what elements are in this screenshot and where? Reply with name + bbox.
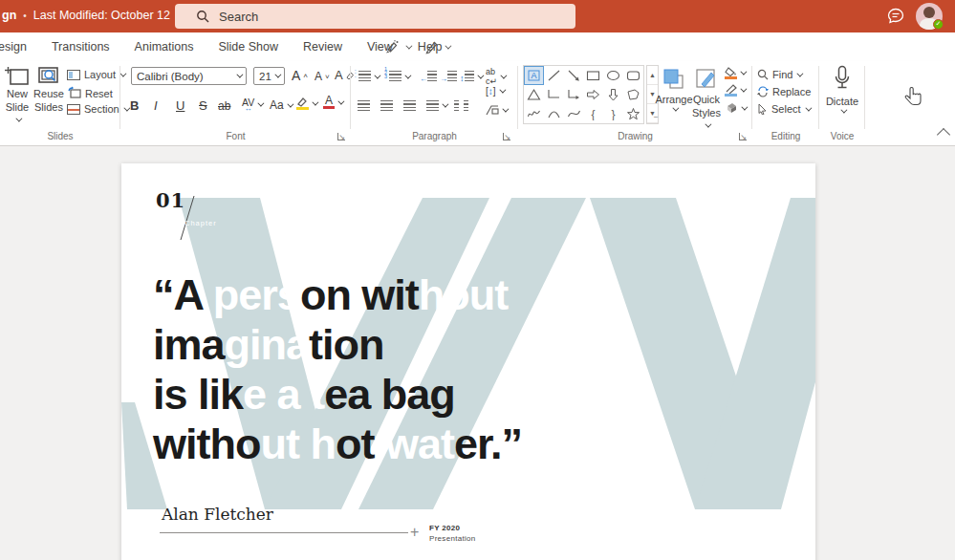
shape-down-arrow-icon[interactable]	[603, 85, 623, 104]
grow-font-button[interactable]: A˄	[292, 68, 308, 83]
columns-button[interactable]	[454, 100, 468, 111]
section-icon	[67, 104, 80, 115]
underline-button[interactable]: U	[176, 98, 184, 113]
ribbon-group-voice: Dictate Voice	[819, 61, 865, 145]
title-separator: •	[23, 11, 27, 21]
shape-arrow-icon[interactable]	[564, 66, 584, 85]
font-size-select[interactable]: 21	[253, 67, 285, 85]
strikethrough-ab-button[interactable]: ab	[218, 99, 230, 113]
shape-outline-button[interactable]	[725, 84, 745, 97]
shape-fill-button[interactable]	[725, 67, 745, 79]
quote-segment-black: is lik	[153, 370, 243, 419]
slides-group-label: Slides	[0, 131, 120, 141]
last-modified-text: Last Modified: October 12	[33, 9, 170, 22]
chevron-down-icon	[740, 69, 747, 75]
plus-marker-icon: +	[410, 524, 419, 541]
increase-indent-button[interactable]: →	[440, 68, 457, 85]
tab-design[interactable]: Design	[0, 40, 39, 54]
tab-animations[interactable]: Animations	[122, 40, 206, 54]
dictate-label: Dictate	[826, 96, 858, 107]
editing-canvas[interactable]: 01 Chapter “A person withoutimaginationi…	[0, 146, 955, 560]
shape-effects-button[interactable]	[725, 102, 746, 114]
author-name[interactable]: Alan Fletcher	[162, 505, 273, 524]
chapter-number[interactable]: 01	[156, 188, 185, 212]
shape-oval-icon[interactable]	[603, 66, 623, 85]
quick-styles-button[interactable]: Quick Styles	[691, 67, 722, 130]
shape-right-arrow-icon[interactable]	[584, 85, 604, 104]
shrink-font-button[interactable]: A˅	[315, 70, 330, 83]
align-text-button[interactable]: [↕]	[486, 86, 504, 97]
smartart-button[interactable]	[486, 104, 507, 116]
increase-indent-icon: →	[440, 68, 457, 85]
section-label: Section	[84, 103, 119, 115]
select-button[interactable]: Select	[757, 103, 810, 115]
change-case-button[interactable]: Aa	[270, 98, 292, 112]
find-label: Find	[772, 69, 792, 80]
shape-scribble-icon[interactable]	[524, 104, 544, 123]
search-input[interactable]: Search	[175, 4, 575, 29]
shape-elbow-icon[interactable]	[544, 85, 564, 104]
arrange-button[interactable]: Arrange	[658, 67, 690, 112]
shape-freeform-shape-icon[interactable]	[623, 85, 643, 104]
quote-text[interactable]: “A person withoutimaginationis like a te…	[153, 270, 522, 469]
dictate-button[interactable]: Dictate	[825, 65, 859, 114]
chapter-label[interactable]: Chapter	[184, 219, 217, 227]
align-center-button[interactable]	[380, 100, 393, 111]
gallery-up-icon[interactable]: ▲	[647, 66, 658, 85]
slide[interactable]: 01 Chapter “A person withoutimaginationi…	[121, 163, 815, 560]
align-left-button[interactable]	[358, 100, 370, 111]
align-right-button[interactable]	[403, 100, 416, 111]
ink-pen-button[interactable]	[424, 37, 449, 56]
footer-rule	[160, 532, 408, 533]
shape-roundrect-icon[interactable]	[623, 66, 643, 85]
chevron-down-icon	[404, 72, 411, 78]
shape-textbox-icon[interactable]: A	[524, 66, 544, 85]
font-color-button[interactable]: A	[323, 96, 342, 109]
shape-elbow-arrow-icon[interactable]	[564, 85, 584, 104]
avatar-head	[923, 7, 935, 18]
collapse-ribbon-icon[interactable]	[937, 128, 950, 141]
text-direction-button[interactable]: abc↵	[486, 67, 505, 86]
find-icon	[757, 69, 769, 80]
shape-star-icon[interactable]	[623, 104, 643, 123]
shape-brace-left-icon[interactable]: {	[584, 104, 604, 123]
replace-button[interactable]: Replace	[757, 86, 811, 97]
text-highlight-button[interactable]	[296, 97, 316, 110]
quick-styles-label-1: Quick	[693, 94, 720, 105]
editing-group-label: Editing	[752, 131, 819, 141]
gallery-more-icon[interactable]: ▼̲	[647, 104, 658, 123]
reuse-slides-button[interactable]: Reuse Slides	[33, 66, 64, 113]
justify-button[interactable]	[426, 100, 446, 111]
bullets-button[interactable]: ∙∙∙	[358, 68, 379, 85]
tab-transitions[interactable]: Transitions	[39, 40, 122, 54]
font-name-select[interactable]: Calibri (Body)	[131, 67, 247, 85]
ink-highlighter-button[interactable]	[384, 37, 410, 56]
section-button[interactable]: Section	[67, 103, 128, 115]
app-top-bar: gn • Last Modified: October 12 Search ✓	[0, 0, 955, 32]
decrease-indent-button[interactable]: ←	[420, 68, 437, 85]
italic-button[interactable]: I	[154, 98, 158, 113]
bold-button[interactable]: B	[130, 98, 139, 113]
shape-arc-icon[interactable]	[544, 104, 564, 123]
line-spacing-button[interactable]: ↕	[460, 68, 482, 85]
numbering-button[interactable]: 123	[389, 68, 409, 85]
chevron-down-icon	[797, 70, 804, 76]
shape-rect-icon[interactable]	[584, 66, 604, 85]
new-slide-label-2: Slide	[2, 101, 33, 124]
shape-brace-right-icon[interactable]: }	[603, 104, 623, 123]
chevron-down-icon	[741, 103, 748, 110]
layout-button[interactable]: Layout	[67, 69, 124, 80]
new-slide-button[interactable]: New Slide	[2, 66, 33, 124]
ribbon: New Slide Reuse Slides Layout Reset Sect…	[0, 61, 955, 146]
tab-review[interactable]: Review	[291, 40, 355, 54]
document-title[interactable]: gn • Last Modified: October 12	[2, 9, 182, 22]
strikethrough-button[interactable]: S	[199, 98, 207, 113]
find-button[interactable]: Find	[757, 69, 801, 80]
character-spacing-button[interactable]: AV↔	[242, 97, 262, 111]
shape-line-icon[interactable]	[544, 66, 564, 85]
shape-curve-icon[interactable]	[564, 104, 584, 123]
reset-button[interactable]: Reset	[67, 86, 113, 100]
chat-icon[interactable]	[885, 6, 906, 27]
tab-slide-show[interactable]: Slide Show	[206, 40, 291, 54]
shape-triangle-icon[interactable]	[524, 85, 544, 104]
